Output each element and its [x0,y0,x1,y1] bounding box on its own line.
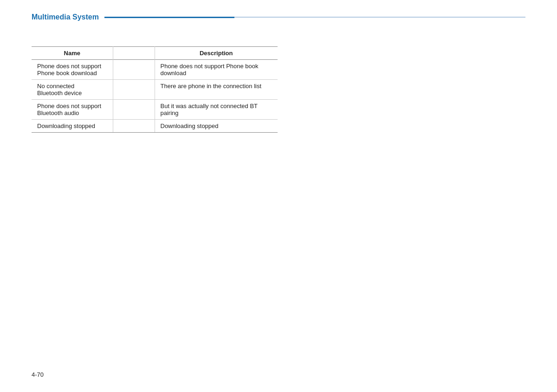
info-table: Name Description Phone does not support … [32,46,278,133]
cell-description-2: But it was actually not connected BT pai… [155,100,278,120]
cell-description-0: Phone does not support Phone book downlo… [155,60,278,80]
page-number: 4-70 [32,371,44,378]
table-row: Phone does not support Phone book downlo… [32,60,278,80]
cell-name-2: Phone does not support Bluetooth audio [32,100,113,120]
header-line-blue [104,17,234,18]
col-header-description: Description [155,47,278,60]
cell-description-1: There are phone in the connection list [155,80,278,100]
header-line-light [234,17,525,18]
cell-name-3: Downloading stopped [32,120,113,133]
cell-icon-2 [113,100,155,120]
cell-name-1: No connected Bluetooth device [32,80,113,100]
table-row: Downloading stoppedDownloading stopped [32,120,278,133]
table-row: Phone does not support Bluetooth audioBu… [32,100,278,120]
col-header-icon [113,47,155,60]
cell-icon-1 [113,80,155,100]
cell-name-0: Phone does not support Phone book downlo… [32,60,113,80]
page-content: Name Description Phone does not support … [32,46,525,133]
page-footer: 4-70 [32,371,44,378]
header-title: Multimedia System [32,13,99,21]
page-header: Multimedia System [32,13,525,21]
cell-icon-0 [113,60,155,80]
cell-icon-3 [113,120,155,133]
cell-description-3: Downloading stopped [155,120,278,133]
table-row: No connected Bluetooth deviceThere are p… [32,80,278,100]
col-header-name: Name [32,47,113,60]
table-header-row: Name Description [32,47,278,60]
